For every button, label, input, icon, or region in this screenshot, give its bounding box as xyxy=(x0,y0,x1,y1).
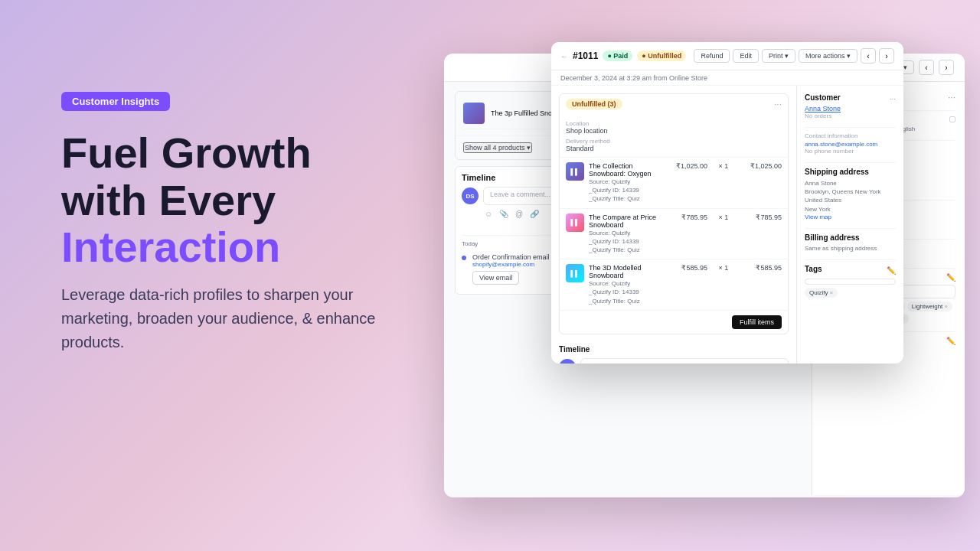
edit-btn[interactable]: Edit xyxy=(733,49,759,63)
back-customer-menu-icon[interactable]: ··· xyxy=(948,92,956,103)
product-row-3: ▌▌ The 3D Modelled Snowboard Source: Qui… xyxy=(560,259,788,310)
product-meta-1: Source: Quizify _Quizify ID: 14339 _Quiz… xyxy=(589,178,661,204)
tags-section: Tags ✏️ Quizify × xyxy=(805,265,896,298)
contact-title: Contact information xyxy=(805,132,896,139)
product-orig-price-3: ₹585.95 xyxy=(665,264,707,272)
tags-title: Tags xyxy=(805,265,822,273)
product-meta-2: Source: Quizify _Quizify ID: 14339 _Quiz… xyxy=(589,229,661,255)
back-product-image xyxy=(463,103,485,124)
contact-section: Contact information anna.stone@example.c… xyxy=(805,132,896,155)
product-name-1: The Collection Snowboard: Oxygen xyxy=(589,162,661,178)
comment-input[interactable]: Leave a comment... xyxy=(580,358,789,364)
customer-section: Customer ··· Anna Stone No orders xyxy=(805,93,896,119)
product-qty-2: × 1 xyxy=(712,214,735,221)
badge-label: Customer Insights xyxy=(61,92,170,111)
unfulfilled-section: Unfulfilled (3) ··· Location Shop locati… xyxy=(559,93,789,334)
back-notes-edit-icon[interactable]: ✏️ xyxy=(946,337,956,345)
back-contact-checkbox[interactable] xyxy=(949,116,956,122)
product-name-2: The Compare at Price Snowboard xyxy=(589,214,661,229)
front-badge-unfulfilled: ● Unfulfilled xyxy=(637,51,686,61)
product-orig-price-2: ₹785.95 xyxy=(665,214,707,221)
front-header-actions: Refund Edit Print ▾ More actions ▾ ‹ › xyxy=(694,48,894,64)
customer-title: Customer xyxy=(805,93,841,102)
front-card-header: ← #1011 ● Paid ● Unfulfilled Refund Edit… xyxy=(551,42,903,70)
more-actions-btn[interactable]: More actions ▾ xyxy=(799,49,858,63)
show-all-products-btn[interactable]: Show all 4 products ▾ xyxy=(463,142,532,153)
no-orders: No orders xyxy=(805,112,896,119)
tag-quizify: Quizify × xyxy=(805,288,838,298)
front-sidebar: Customer ··· Anna Stone No orders Contac… xyxy=(796,86,903,364)
tag-lightweight: Lightweight × xyxy=(907,302,952,311)
section-menu-icon[interactable]: ··· xyxy=(774,99,782,109)
delivery-method-value: Standard xyxy=(566,145,782,152)
front-card-date: December 3, 2024 at 3:29 am from Online … xyxy=(560,74,707,82)
billing-same: Same as shipping address xyxy=(805,245,896,252)
fulfill-items-btn[interactable]: Fulfill items xyxy=(732,315,782,329)
product-details-2: The Compare at Price Snowboard Source: Q… xyxy=(589,214,661,255)
billing-title: Billing address xyxy=(805,233,896,242)
headline-line3: Interaction xyxy=(61,223,280,271)
timeline-event-dot xyxy=(462,256,466,260)
shipping-address: Anna Stone Brooklyn, Queens New York Uni… xyxy=(805,179,896,214)
front-header-left: ← #1011 ● Paid ● Unfulfilled xyxy=(560,51,686,61)
back-arrow-icon[interactable]: ← xyxy=(560,52,568,60)
fulfill-btn-row: Fulfill items xyxy=(560,310,788,334)
link-icon[interactable]: 🔗 xyxy=(529,208,540,219)
product-total-1: ₹1,025.00 xyxy=(740,162,782,170)
product-qty-1: × 1 xyxy=(712,162,735,170)
location-label: Location xyxy=(566,120,782,127)
tags-edit-icon[interactable]: ✏️ xyxy=(887,266,896,275)
timeline-section: Timeline DS Leave a comment... ☺ 📎 # 🔗 O… xyxy=(559,341,789,364)
next-btn[interactable]: › xyxy=(879,48,894,64)
product-img-1: ▌▌ xyxy=(566,162,584,181)
comment-box: DS Leave a comment... xyxy=(559,358,789,364)
headline-line1: Fuel Growth xyxy=(61,129,312,177)
print-btn[interactable]: Print ▾ xyxy=(762,49,795,63)
tag-input[interactable] xyxy=(805,279,896,285)
product-img-2: ▌▌ xyxy=(566,214,584,232)
customer-name[interactable]: Anna Stone xyxy=(805,105,896,112)
subtext: Leverage data-rich profiles to sharpen y… xyxy=(61,283,398,354)
tag-remove-icon[interactable]: × xyxy=(829,289,833,296)
product-name-3: The 3D Modelled Snowboard xyxy=(589,264,661,279)
attach-icon[interactable]: 📎 xyxy=(498,208,509,219)
product-meta-3: Source: Quizify _Quizify ID: 14339 _Quiz… xyxy=(589,279,661,305)
avatar: DS xyxy=(559,359,576,364)
front-badge-paid: ● Paid xyxy=(603,51,632,61)
back-avatar: DS xyxy=(462,187,479,204)
headline: Fuel Growth with Every Interaction xyxy=(61,129,429,271)
front-main: Unfulfilled (3) ··· Location Shop locati… xyxy=(551,86,796,364)
front-card: ← #1011 ● Paid ● Unfulfilled Refund Edit… xyxy=(551,42,903,364)
product-orig-price-1: ₹1,025.00 xyxy=(665,162,707,170)
customer-email: anna.stone@example.com xyxy=(805,141,896,148)
product-row-1: ▌▌ The Collection Snowboard: Oxygen Sour… xyxy=(560,157,788,208)
delivery-method-label: Delivery method xyxy=(566,138,782,145)
product-total-3: ₹585.95 xyxy=(740,264,782,272)
view-email-btn[interactable]: View email xyxy=(472,271,519,285)
billing-section: Billing address Same as shipping address xyxy=(805,233,896,252)
view-map-link[interactable]: View map xyxy=(805,214,896,220)
shipping-section: Shipping address Anna Stone Brooklyn, Qu… xyxy=(805,168,896,220)
shipping-title: Shipping address xyxy=(805,168,896,176)
cards-area: More actions ▾ ‹ › The 3p Fulfilled Snow… xyxy=(429,31,980,551)
customer-menu-icon[interactable]: ··· xyxy=(890,95,896,103)
location-value: Shop location xyxy=(566,127,782,135)
emoji-icon[interactable]: ☺ xyxy=(483,208,494,219)
mention-icon[interactable]: @ xyxy=(514,208,524,219)
prev-btn-back[interactable]: ‹ xyxy=(919,60,934,75)
refund-btn[interactable]: Refund xyxy=(694,49,730,63)
front-card-body: Unfulfilled (3) ··· Location Shop locati… xyxy=(551,86,903,364)
prev-btn[interactable]: ‹ xyxy=(861,48,876,64)
front-order-number: #1011 xyxy=(573,51,598,61)
product-row-2: ▌▌ The Compare at Price Snowboard Source… xyxy=(560,208,788,259)
section-header: Unfulfilled (3) ··· xyxy=(560,94,788,114)
headline-line2: with Every xyxy=(61,176,276,224)
product-qty-3: × 1 xyxy=(712,264,735,272)
no-phone: No phone number xyxy=(805,148,896,155)
next-btn-back[interactable]: › xyxy=(939,60,954,75)
timeline-title: Timeline xyxy=(559,345,789,354)
unfulfilled-badge: Unfulfilled (3) xyxy=(566,99,622,109)
delivery-info: Location Shop location Delivery method S… xyxy=(560,114,788,157)
back-tags-edit-icon[interactable]: ✏️ xyxy=(946,273,956,282)
product-details-3: The 3D Modelled Snowboard Source: Quizif… xyxy=(589,264,661,305)
